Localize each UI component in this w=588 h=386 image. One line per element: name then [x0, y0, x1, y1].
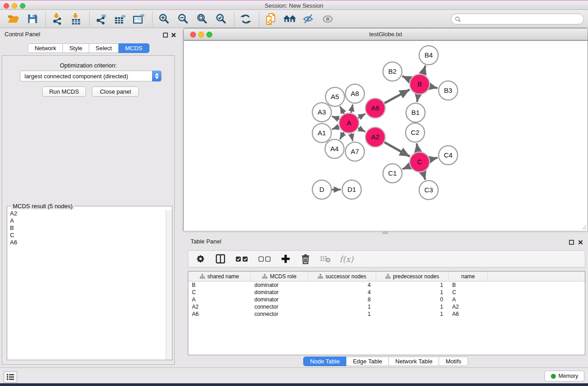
export-image-icon[interactable] — [132, 12, 146, 26]
open-session-icon[interactable] — [6, 12, 20, 26]
result-item[interactable]: A6 — [8, 239, 165, 246]
graph-edge-A-A6[interactable] — [358, 114, 365, 118]
tab-node-table[interactable]: Node Table — [303, 357, 347, 366]
column-header-successor-nodes[interactable]: successor nodes — [308, 272, 376, 281]
result-item[interactable]: C — [8, 232, 165, 239]
column-header-MCDS-role[interactable]: MCDS role — [251, 272, 308, 281]
table-panel: Table Panel — [183, 234, 588, 367]
zoom-out-icon[interactable] — [176, 12, 190, 26]
graph-edge-C-C4[interactable] — [430, 158, 437, 160]
hide-details-icon[interactable] — [302, 12, 316, 26]
close-panel-button[interactable]: Close panel — [92, 86, 139, 97]
optimization-criterion-select[interactable]: largest connected component (directed) — [20, 71, 162, 81]
network-window-titlebar[interactable]: testGlobe.txt — [184, 29, 588, 40]
save-session-icon[interactable] — [25, 12, 39, 26]
tab-mcds[interactable]: MCDS — [119, 43, 149, 53]
zoom-fit-icon[interactable] — [195, 12, 209, 26]
graph-edge-A-A5[interactable] — [340, 106, 344, 114]
search-input[interactable] — [463, 15, 580, 23]
table-cell: connector — [251, 303, 308, 310]
graph-edge-A-A4[interactable] — [340, 132, 344, 139]
table-cell: 1 — [376, 281, 449, 289]
column-layout-icon[interactable] — [215, 253, 226, 265]
show-details-icon[interactable] — [321, 12, 335, 26]
table-row[interactable]: A2connector11A2 — [188, 303, 585, 310]
import-network-icon[interactable] — [50, 12, 64, 26]
graph-node-label: C — [417, 158, 422, 166]
settings-gear-icon[interactable] — [195, 253, 206, 265]
close-panel-icon[interactable] — [171, 31, 176, 36]
table-row[interactable]: Bdominator41B — [188, 281, 585, 289]
mcds-result-box: MCDS result (5 nodes) A2ABCA6 — [7, 206, 172, 360]
graph-node-label: B4 — [425, 51, 433, 59]
function-builder-icon[interactable]: f(x) — [339, 254, 354, 264]
result-item[interactable]: A — [8, 217, 165, 224]
graph-edge-B-B4[interactable] — [423, 66, 425, 74]
result-scrollbar[interactable] — [166, 210, 172, 360]
result-item[interactable]: B — [8, 224, 165, 232]
table-row[interactable]: A6connector11A6 — [188, 310, 585, 318]
export-table-icon[interactable] — [113, 12, 127, 26]
tab-edge-table[interactable]: Edge Table — [346, 357, 389, 366]
mcds-result-title: MCDS result (5 nodes) — [11, 203, 74, 210]
export-network-icon[interactable] — [94, 12, 108, 26]
session-title: Session: New Session — [0, 2, 588, 9]
table-row[interactable]: Adominator80A — [188, 296, 585, 303]
tab-network[interactable]: Network — [28, 43, 63, 53]
add-column-icon[interactable] — [280, 253, 292, 265]
graph-edge-A-A7[interactable] — [351, 133, 353, 141]
table-row[interactable]: Cdominator41C — [188, 289, 585, 296]
graph-edge-C-C1[interactable] — [402, 166, 410, 169]
tab-motifs[interactable]: Motifs — [439, 357, 468, 366]
graph-edge-A6-B[interactable] — [384, 90, 410, 103]
home-icon[interactable] — [283, 12, 296, 26]
graph-node-label: B3 — [444, 86, 452, 94]
column-header-name[interactable]: name — [449, 272, 488, 281]
deselect-all-icon[interactable] — [257, 253, 272, 265]
result-item[interactable]: A2 — [8, 210, 165, 217]
zoom-selected-icon[interactable] — [214, 12, 228, 26]
column-header-label: predecessor nodes — [393, 273, 439, 280]
optimization-criterion-value: largest connected component (directed) — [24, 73, 128, 80]
table-body: Bdominator41BCdominator41CAdominator80AA… — [188, 281, 585, 318]
graph-edge-A2-C[interactable] — [384, 142, 410, 157]
clone-network-icon[interactable] — [264, 12, 277, 26]
delete-table-icon[interactable] — [320, 253, 331, 265]
delete-icon[interactable] — [300, 253, 311, 265]
task-history-button[interactable] — [4, 371, 17, 383]
main-toolbar — [0, 10, 588, 28]
tab-select[interactable]: Select — [89, 43, 119, 53]
run-mcds-button[interactable]: Run MCDS — [42, 86, 86, 97]
network-window: testGlobe.txt AA1A2A3A4A5A6A7A8BB1B2B3B4… — [183, 28, 588, 231]
close-table-panel-icon[interactable] — [578, 238, 583, 243]
graph-edge-B-B3[interactable] — [430, 86, 437, 88]
graph-edge-C-C3[interactable] — [423, 172, 425, 180]
graph-node-label: B1 — [411, 109, 420, 116]
graph-edge-A-A1[interactable] — [332, 127, 339, 129]
graph-edge-A-A2[interactable] — [358, 128, 365, 132]
graph-edge-B-B1[interactable] — [417, 95, 418, 102]
toolbar-separator — [234, 12, 234, 26]
memory-button[interactable]: Memory — [545, 371, 584, 381]
float-table-panel-icon[interactable] — [569, 238, 574, 243]
splitter-handle[interactable] — [382, 232, 388, 234]
column-header-predecessor-nodes[interactable]: predecessor nodes — [376, 272, 449, 281]
application-window: Session: New Session — [0, 0, 588, 386]
graph-edge-B-B2[interactable] — [402, 76, 410, 80]
network-graph: AA1A2A3A4A5A6A7A8BB1B2B3B4CC1C2C3C4DD1 — [184, 41, 588, 231]
network-canvas[interactable]: AA1A2A3A4A5A6A7A8BB1B2B3B4CC1C2C3C4DD1 — [184, 40, 588, 231]
graph-edge-A-A3[interactable] — [332, 116, 339, 119]
select-all-icon[interactable] — [234, 253, 249, 265]
column-header-shared-name[interactable]: shared name — [188, 272, 251, 281]
resize-grip-icon[interactable] — [581, 224, 587, 230]
refresh-icon[interactable] — [239, 12, 253, 26]
graph-edge-C-C2[interactable] — [417, 143, 418, 152]
float-panel-icon[interactable] — [163, 31, 168, 36]
graph-edge-A-A8[interactable] — [351, 105, 353, 113]
tab-style[interactable]: Style — [63, 43, 89, 53]
tab-network-table[interactable]: Network Table — [389, 357, 439, 366]
zoom-in-icon[interactable] — [157, 12, 171, 26]
graph-node-label: A1 — [318, 129, 326, 137]
main-titlebar: Session: New Session — [0, 0, 588, 10]
import-table-icon[interactable] — [69, 12, 83, 26]
